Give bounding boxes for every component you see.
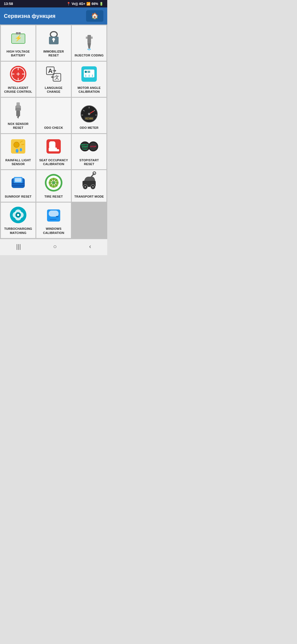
- svg-marker-44: [15, 105, 21, 108]
- language-icon: A 文: [44, 64, 63, 84]
- svg-point-13: [89, 49, 90, 50]
- svg-point-47: [88, 113, 90, 115]
- app-header: Сервизна функция 🏠: [0, 7, 107, 24]
- cruise-icon: [9, 64, 28, 84]
- stop-start-icon: SMART KEY START POWER STOP: [79, 137, 99, 156]
- odometer-icon: 01580: [79, 104, 99, 124]
- svg-point-14: [90, 49, 91, 50]
- nox-icon: [9, 100, 28, 120]
- svg-point-34: [85, 71, 87, 73]
- svg-rect-41: [16, 111, 20, 116]
- svg-rect-8: [87, 35, 91, 43]
- rainfall-icon: [9, 137, 28, 156]
- grid-item-turbo[interactable]: TURBOCHARGINGMATCHING: [1, 203, 35, 238]
- grid-item-nox-sensor[interactable]: NOX SENSORRESET: [1, 98, 35, 133]
- motor-angle-label: MOTOR ANGLECALIBRATION: [78, 86, 101, 94]
- transport-label: TRANSPORT MODE: [74, 195, 104, 198]
- status-bar: 13:58 📍 Vo)) 4G+ 📶 66% 🔋: [0, 0, 107, 7]
- svg-rect-59: [55, 149, 59, 151]
- svg-point-60: [50, 141, 53, 144]
- sunroof-label: SUNROOF RESET: [5, 195, 31, 198]
- svg-rect-71: [15, 178, 21, 182]
- grid-item-injector-coding[interactable]: INJECTOR CODING: [72, 25, 106, 61]
- recent-gesture-btn[interactable]: ‹: [84, 242, 97, 251]
- svg-rect-94: [49, 211, 59, 217]
- grid-item-windows-calibration[interactable]: WINDOWSCALIBRATION: [36, 203, 71, 238]
- tire-icon: [44, 173, 63, 192]
- svg-rect-4: [50, 32, 57, 37]
- motor-angle-icon: [79, 64, 99, 84]
- grid-item-odo-check[interactable]: ODO CHECK: [36, 98, 71, 133]
- grid-item-seat-occupancy[interactable]: SEAT OCCUPANCYCALIBRATION: [36, 134, 71, 170]
- back-gesture-btn[interactable]: |||: [11, 242, 26, 251]
- high-voltage-label: HIGH VOLTAGEBATTERY: [7, 50, 30, 58]
- grid-item-tire-reset[interactable]: TIRE RESET: [36, 170, 71, 202]
- immobilizer-icon: [44, 28, 63, 47]
- home-gesture-btn[interactable]: ○: [48, 242, 62, 251]
- tire-label: TIRE RESET: [45, 195, 63, 198]
- seat-label: SEAT OCCUPANCYCALIBRATION: [39, 158, 68, 166]
- windows-icon: [44, 205, 63, 225]
- svg-text:⚡: ⚡: [14, 34, 22, 42]
- svg-rect-95: [56, 216, 59, 217]
- transport-icon: [79, 173, 99, 192]
- bottom-navigation: ||| ○ ‹: [0, 239, 107, 255]
- svg-point-52: [16, 149, 18, 153]
- odo-check-label: ODO CHECK: [44, 126, 63, 130]
- odo-check-icon: [44, 104, 63, 124]
- nox-label: NOX SENSORRESET: [8, 122, 28, 130]
- svg-point-53: [20, 148, 22, 151]
- svg-rect-10: [86, 37, 87, 39]
- svg-point-86: [84, 186, 86, 188]
- svg-point-51: [14, 142, 19, 148]
- status-time: 13:58: [4, 2, 13, 6]
- stop-start-label: STOP/STARTRESET: [79, 158, 99, 166]
- odometer-label: ODO METER: [80, 126, 98, 130]
- svg-point-12: [87, 49, 89, 50]
- svg-marker-31: [51, 76, 53, 78]
- svg-point-87: [92, 186, 94, 188]
- svg-rect-1: [16, 32, 18, 34]
- sunroof-icon: [9, 173, 28, 192]
- svg-text:STOP: STOP: [90, 145, 96, 148]
- svg-rect-35: [87, 71, 90, 73]
- svg-text:A: A: [48, 67, 53, 74]
- grid-item-immobilizer-reset[interactable]: IMMOBILIZERRESET: [36, 25, 71, 61]
- svg-rect-2: [18, 32, 21, 34]
- grid-item-motor-angle[interactable]: MOTOR ANGLECALIBRATION: [72, 62, 106, 97]
- grid-item-language-change[interactable]: A 文 LANGUAGECHANGE: [36, 62, 71, 97]
- grid-item-transport-mode[interactable]: TRANSPORT MODE: [72, 170, 106, 202]
- rainfall-label: RAINFALL LIGHTSENSOR: [5, 158, 31, 166]
- language-label: LANGUAGECHANGE: [45, 86, 63, 94]
- status-icons: 📍 Vo)) 4G+ 📶 66% 🔋: [67, 2, 103, 6]
- turbo-icon: [9, 205, 28, 225]
- header-title: Сервизна функция: [4, 13, 56, 19]
- immobilizer-label: IMMOBILIZERRESET: [43, 50, 64, 58]
- home-icon: 🏠: [91, 12, 98, 19]
- svg-point-82: [52, 181, 55, 184]
- injector-label: INJECTOR CODING: [75, 53, 103, 57]
- service-grid: ⚡ HIGH VOLTAGEBATTERY IMMOBILIZERRESET: [0, 24, 107, 239]
- injector-icon: [79, 32, 99, 51]
- svg-text:01580: 01580: [85, 117, 93, 120]
- grid-item-rainfall[interactable]: RAINFALL LIGHTSENSOR: [1, 134, 35, 170]
- svg-marker-29: [55, 70, 56, 72]
- grid-item-sunroof[interactable]: SUNROOF RESET: [1, 170, 35, 202]
- svg-text:文: 文: [54, 75, 59, 80]
- svg-text:START: START: [82, 146, 89, 148]
- windows-label: WINDOWSCALIBRATION: [43, 227, 64, 235]
- turbo-label: TURBOCHARGINGMATCHING: [4, 227, 32, 235]
- home-button[interactable]: 🏠: [86, 10, 103, 22]
- svg-rect-7: [53, 39, 54, 42]
- grid-item-high-voltage-battery[interactable]: ⚡ HIGH VOLTAGEBATTERY: [1, 25, 35, 61]
- svg-rect-11: [91, 37, 93, 39]
- svg-marker-9: [87, 43, 91, 49]
- seat-icon: [44, 137, 63, 156]
- cruise-label: INTELLIGENTCRUISE CONTROL: [4, 86, 32, 94]
- svg-point-92: [17, 214, 19, 216]
- grid-item-cruise-control[interactable]: INTELLIGENTCRUISE CONTROL: [1, 62, 35, 97]
- high-voltage-icon: ⚡: [9, 28, 28, 47]
- svg-text:SMART KEY: SMART KEY: [81, 144, 90, 146]
- grid-item-stop-start[interactable]: SMART KEY START POWER STOP STOP/STARTRES…: [72, 134, 106, 170]
- grid-item-odometer[interactable]: 01580 ODO METER: [72, 98, 106, 133]
